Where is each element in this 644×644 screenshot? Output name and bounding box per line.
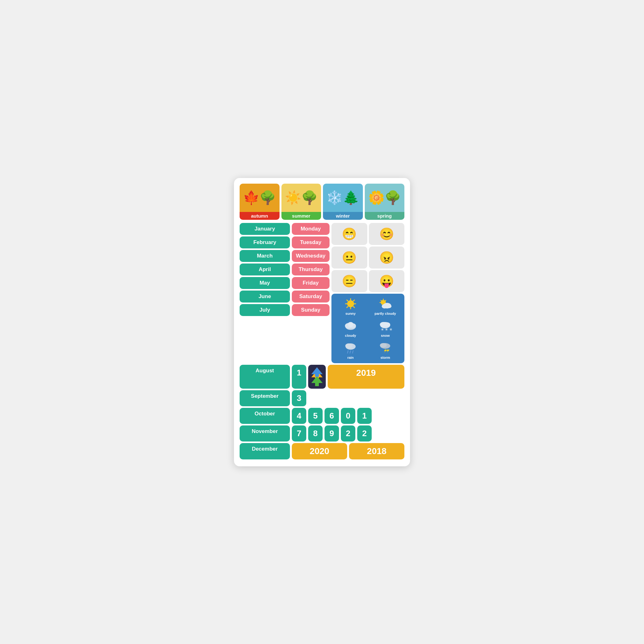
- year-2018[interactable]: 2018: [349, 443, 404, 459]
- digit-9[interactable]: 9: [325, 425, 339, 441]
- storm-label: storm: [380, 356, 390, 359]
- svg-point-0: [347, 300, 354, 307]
- emoji-smile[interactable]: 😊: [369, 223, 405, 245]
- season-autumn[interactable]: 🍁🌳 autumn: [240, 184, 280, 220]
- weather-grid: sunny: [331, 294, 404, 363]
- svg-marker-33: [386, 348, 390, 353]
- month-may[interactable]: May: [240, 277, 290, 289]
- digit-7[interactable]: 7: [292, 425, 306, 441]
- september-row: September 3: [240, 390, 404, 406]
- bottom-section: August 1 2019 September 3: [240, 365, 404, 459]
- seasons-row: 🍁🌳 autumn ☀️🌳 summer ❄️🌲 winter 🌼🌳 sprin…: [240, 184, 404, 220]
- snow-label: snow: [381, 334, 390, 337]
- svg-line-27: [347, 351, 348, 353]
- digit-1b[interactable]: 1: [357, 408, 372, 424]
- december-row: December 2020 2018: [240, 443, 404, 459]
- svg-line-6: [353, 307, 354, 308]
- svg-marker-32: [384, 348, 387, 353]
- month-february[interactable]: February: [240, 236, 290, 248]
- main-area: January February March April May June Ju…: [240, 223, 404, 363]
- november-row: November 7 8 9 2 2: [240, 425, 404, 441]
- digit-2a[interactable]: 2: [341, 425, 355, 441]
- day-saturday[interactable]: Saturday: [292, 291, 330, 303]
- month-october[interactable]: October: [240, 408, 290, 424]
- rain-icon: [344, 342, 358, 355]
- digit-4[interactable]: 4: [292, 408, 306, 424]
- day-thursday[interactable]: Thursday: [292, 264, 330, 275]
- season-winter[interactable]: ❄️🌲 winter: [323, 184, 363, 220]
- svg-point-16: [386, 304, 391, 308]
- sunny-icon: [344, 298, 358, 311]
- digit-5[interactable]: 5: [308, 408, 323, 424]
- board: 🍁🌳 autumn ☀️🌳 summer ❄️🌲 winter 🌼🌳 sprin…: [234, 178, 410, 466]
- month-december[interactable]: December: [240, 443, 290, 459]
- october-row: October 4 5 6 0 1: [240, 408, 404, 424]
- svg-line-5: [347, 300, 348, 301]
- svg-line-29: [353, 351, 353, 353]
- svg-line-13: [385, 300, 386, 301]
- digit-0[interactable]: 0: [341, 408, 355, 424]
- year-2019[interactable]: 2019: [328, 365, 404, 389]
- emoji-happy[interactable]: 😁: [331, 223, 367, 245]
- month-july[interactable]: July: [240, 304, 290, 316]
- storm-icon: [378, 342, 392, 355]
- emoji-neutral[interactable]: 😐: [331, 247, 367, 269]
- digit-6[interactable]: 6: [325, 408, 339, 424]
- cloudy-icon: [344, 320, 358, 333]
- weather-rain[interactable]: rain: [334, 340, 367, 361]
- month-september[interactable]: September: [240, 390, 290, 406]
- svg-line-7: [353, 300, 354, 301]
- partly-cloudy-label: partly cloudy: [375, 312, 396, 315]
- sunny-label: sunny: [346, 312, 356, 315]
- month-january[interactable]: January: [240, 223, 290, 235]
- summer-image: ☀️🌳: [281, 184, 321, 212]
- svg-point-20: [348, 322, 353, 327]
- winter-image: ❄️🌲: [323, 184, 363, 212]
- month-august[interactable]: August: [240, 365, 290, 389]
- emoji-angry[interactable]: 😠: [369, 247, 405, 269]
- weather-cloudy[interactable]: cloudy: [334, 318, 367, 339]
- august-row: August 1 2019: [240, 365, 404, 389]
- emoji-expressionless[interactable]: 😑: [331, 270, 367, 292]
- season-spring[interactable]: 🌼🌳 spring: [365, 184, 405, 220]
- year-2020[interactable]: 2020: [292, 443, 347, 459]
- autumn-label: autumn: [240, 212, 280, 220]
- day-monday[interactable]: Monday: [292, 223, 330, 235]
- weather-snow[interactable]: ✳ ✳ ✳ snow: [369, 318, 402, 339]
- arrow-tile[interactable]: [308, 365, 326, 389]
- month-march[interactable]: March: [240, 250, 290, 262]
- right-column: 😁 😊 😐 😠 😑 😛: [331, 223, 404, 363]
- weather-partly-cloudy[interactable]: partly cloudy: [369, 296, 402, 317]
- digit-2b[interactable]: 2: [357, 425, 372, 441]
- day-tuesday[interactable]: Tuesday: [292, 236, 330, 248]
- day-friday[interactable]: Friday: [292, 277, 330, 289]
- summer-label: summer: [281, 212, 321, 220]
- season-summer[interactable]: ☀️🌳 summer: [281, 184, 321, 220]
- days-column: Monday Tuesday Wednesday Thursday Friday…: [292, 223, 330, 363]
- day-sunday[interactable]: Sunday: [292, 304, 330, 316]
- svg-marker-36: [311, 376, 323, 386]
- day-wednesday[interactable]: Wednesday: [292, 250, 330, 262]
- snow-icon: ✳ ✳ ✳: [378, 320, 392, 333]
- month-november[interactable]: November: [240, 425, 290, 441]
- svg-point-26: [345, 343, 352, 348]
- month-june[interactable]: June: [240, 291, 290, 303]
- svg-point-23: [384, 322, 390, 327]
- winter-label: winter: [323, 212, 363, 220]
- weather-storm[interactable]: storm: [369, 340, 402, 361]
- digit-8[interactable]: 8: [308, 425, 323, 441]
- emoji-grid: 😁 😊 😐 😠 😑 😛: [331, 223, 404, 292]
- autumn-image: 🍁🌳: [240, 184, 280, 212]
- cloudy-label: cloudy: [345, 334, 356, 337]
- rain-label: rain: [347, 356, 354, 359]
- emoji-tongue[interactable]: 😛: [369, 270, 405, 292]
- svg-text:✳ ✳ ✳: ✳ ✳ ✳: [381, 327, 392, 331]
- month-april[interactable]: April: [240, 264, 290, 275]
- weather-sunny[interactable]: sunny: [334, 296, 367, 317]
- svg-line-8: [347, 307, 348, 308]
- svg-line-28: [350, 351, 351, 353]
- digit-3[interactable]: 3: [292, 390, 306, 406]
- svg-point-31: [380, 343, 387, 347]
- digit-1[interactable]: 1: [292, 365, 306, 389]
- months-column: January February March April May June Ju…: [240, 223, 290, 363]
